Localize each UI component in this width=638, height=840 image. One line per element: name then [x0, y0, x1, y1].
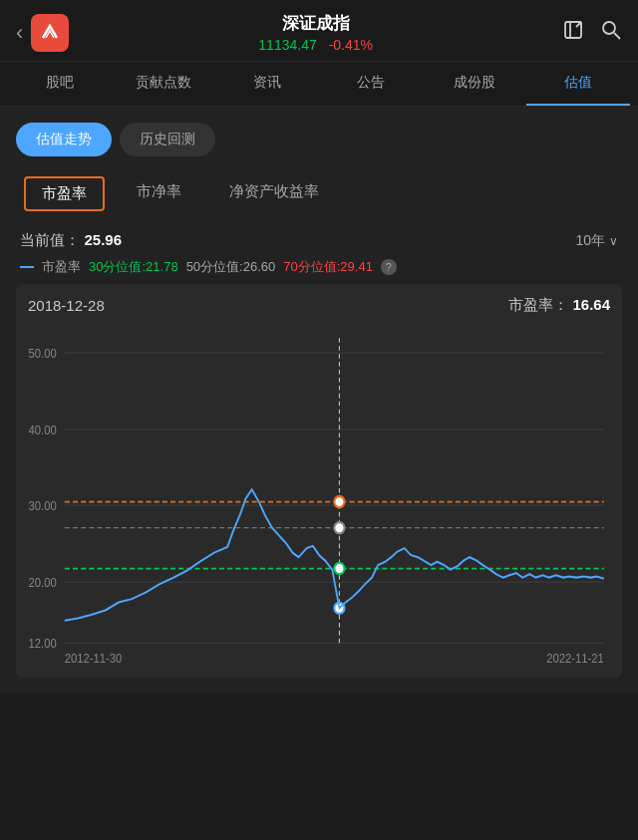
help-icon[interactable]: ? — [381, 259, 397, 275]
sub-tabs: 估值走势 历史回测 — [16, 123, 622, 156]
p50-value: 26.60 — [243, 259, 276, 274]
x-label-start: 2012-11-30 — [65, 651, 123, 666]
current-value-label: 当前值： — [20, 231, 80, 248]
tab-constituents[interactable]: 成份股 — [423, 62, 526, 106]
p30-label: 30分位值: — [89, 259, 146, 274]
current-value-number: 25.96 — [84, 231, 122, 248]
app-logo — [31, 14, 69, 52]
header: ‹ 深证成指 11134.47 -0.41% — [0, 0, 638, 62]
metric-tab-roe[interactable]: 净资产收益率 — [213, 176, 335, 211]
header-center: 深证成指 11134.47 -0.41% — [69, 12, 562, 53]
chevron-down-icon: ∨ — [609, 234, 618, 248]
p50-label: 50分位值: — [186, 259, 243, 274]
y-label-30: 30.00 — [29, 498, 57, 513]
cursor-dot-p30 — [334, 563, 344, 574]
svg-line-2 — [614, 33, 620, 39]
chart-container: 2018-12-28 市盈率： 16.64 — [16, 284, 622, 678]
tab-announcement[interactable]: 公告 — [319, 62, 423, 106]
y-label-40: 40.00 — [29, 422, 57, 437]
chart-date: 2018-12-28 — [28, 297, 105, 314]
metric-tabs: 市盈率 市净率 净资产收益率 — [16, 176, 622, 211]
chart-header: 2018-12-28 市盈率： 16.64 — [24, 296, 614, 315]
p70-value: 29.41 — [340, 259, 373, 274]
chart-pe-value: 16.64 — [572, 296, 610, 313]
header-right — [562, 19, 622, 46]
stock-title: 深证成指 — [69, 12, 562, 35]
y-label-12: 12.00 — [29, 636, 57, 651]
current-value-display: 当前值： 25.96 — [20, 231, 122, 250]
sub-tab-trend[interactable]: 估值走势 — [16, 123, 112, 156]
metric-tab-pb[interactable]: 市净率 — [121, 176, 197, 211]
legend-row: 市盈率 30分位值:21.78 50分位值:26.60 70分位值:29.41 … — [16, 258, 622, 276]
nav-tabs: 股吧 贡献点数 资讯 公告 成份股 估值 — [0, 62, 638, 107]
time-range-label: 10年 — [575, 232, 605, 250]
cursor-dot-p70 — [334, 496, 344, 507]
legend-p30: 30分位值:21.78 — [89, 258, 178, 276]
tab-valuation[interactable]: 估值 — [526, 62, 630, 106]
chart-pe-display: 市盈率： 16.64 — [508, 296, 610, 315]
stock-price: 11134.47 — [258, 37, 316, 53]
p30-value: 21.78 — [146, 259, 178, 274]
tab-guba[interactable]: 股吧 — [8, 62, 112, 106]
chart-pe-label: 市盈率： — [508, 296, 568, 313]
legend-line-indicator — [20, 266, 34, 268]
back-button[interactable]: ‹ — [16, 20, 23, 46]
header-left: ‹ — [16, 14, 69, 52]
pe-chart-line — [65, 489, 604, 620]
cursor-dot-p50 — [334, 522, 344, 533]
legend-pe-label: 市盈率 — [42, 258, 81, 276]
pe-chart[interactable]: 50.00 40.00 30.00 20.00 12.00 2012-11-30… — [24, 327, 614, 666]
stock-change: -0.41% — [329, 37, 373, 53]
share-icon[interactable] — [562, 19, 584, 46]
current-value-row: 当前值： 25.96 10年 ∨ — [16, 231, 622, 250]
chart-svg-wrapper[interactable]: 50.00 40.00 30.00 20.00 12.00 2012-11-30… — [24, 327, 614, 670]
legend-p70: 70分位值:29.41 — [283, 258, 373, 276]
svg-point-1 — [603, 22, 615, 34]
y-label-50: 50.00 — [29, 346, 57, 361]
metric-tab-pe[interactable]: 市盈率 — [24, 176, 105, 211]
x-label-end: 2022-11-21 — [546, 651, 604, 666]
p70-label: 70分位值: — [283, 259, 340, 274]
stock-price-change: 11134.47 -0.41% — [69, 37, 562, 53]
tab-news[interactable]: 资讯 — [215, 62, 319, 106]
sub-tab-backtest[interactable]: 历史回测 — [120, 123, 215, 156]
legend-p50: 50分位值:26.60 — [186, 258, 276, 276]
content-area: 估值走势 历史回测 市盈率 市净率 净资产收益率 当前值： 25.96 10年 … — [0, 107, 638, 694]
y-label-20: 20.00 — [29, 575, 57, 590]
search-icon[interactable] — [600, 19, 622, 46]
time-range-selector[interactable]: 10年 ∨ — [575, 232, 618, 250]
tab-contribution[interactable]: 贡献点数 — [112, 62, 215, 106]
